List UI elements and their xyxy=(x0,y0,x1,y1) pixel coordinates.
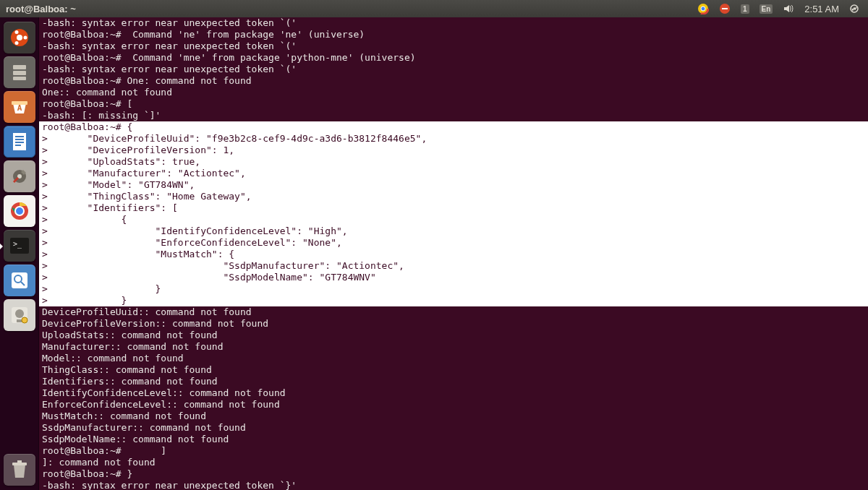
terminal-output[interactable]: -bash: syntax error near unexpected toke… xyxy=(39,17,868,490)
svg-point-9 xyxy=(14,30,18,34)
svg-point-8 xyxy=(23,36,27,40)
terminal-line: One:: command not found xyxy=(39,87,868,98)
dash-icon[interactable] xyxy=(4,22,35,53)
terminal-line: > "IdentifyConfidenceLevel": "High", xyxy=(39,225,868,237)
clock-indicator[interactable]: 2:51 AM xyxy=(804,4,839,14)
document-icon[interactable] xyxy=(4,126,35,158)
terminal-line: -bash: syntax error near unexpected toke… xyxy=(39,40,868,52)
svg-point-30 xyxy=(15,309,24,318)
terminal-line: SsdpManufacturer:: command not found xyxy=(39,422,868,434)
terminal-line: root@Balboa:~# One: command not found xyxy=(39,75,868,87)
svg-point-24 xyxy=(15,207,24,215)
svg-text:>_: >_ xyxy=(13,240,22,249)
svg-rect-19 xyxy=(15,142,24,143)
svg-rect-33 xyxy=(12,463,27,465)
terminal-line: > "Identifiers": [ xyxy=(39,202,868,214)
terminal-line: > "ThingClass": "Home Gateway", xyxy=(39,191,868,202)
svg-rect-18 xyxy=(15,139,24,140)
keyboard-indicator[interactable]: En xyxy=(760,4,773,14)
terminal-line: root@Balboa:~# { xyxy=(39,121,868,133)
terminal-line: Manufacturer:: command not found xyxy=(39,341,868,353)
terminal-line: Identifiers:: command not found xyxy=(39,376,868,387)
terminal-line: EnforceConfidenceLevel:: command not fou… xyxy=(39,399,868,411)
terminal-line: root@Balboa:~# } xyxy=(39,468,868,480)
terminal-line: root@Balboa:~# Command 'mne' from packag… xyxy=(39,52,868,64)
terminal-line: > } xyxy=(39,283,868,295)
terminal-line: > "Model": "GT784WN", xyxy=(39,179,868,191)
terminal-line: > { xyxy=(39,214,868,225)
chrome-icon[interactable] xyxy=(4,195,35,227)
terminal-line: > "MustMatch": { xyxy=(39,249,868,260)
terminal-line: > "UploadStats": true, xyxy=(39,156,868,168)
terminal-line: > "Manufacturer": "Actiontec", xyxy=(39,168,868,179)
terminal-line: > } xyxy=(39,295,868,306)
terminal-line: -bash: syntax error near unexpected toke… xyxy=(39,64,868,75)
session-indicator-icon[interactable] xyxy=(849,4,859,14)
trash-icon[interactable] xyxy=(4,454,35,486)
terminal-line: UploadStats:: command not found xyxy=(39,330,868,341)
window-title: root@Balboa: ~ xyxy=(0,4,697,14)
close-indicator-icon[interactable] xyxy=(719,3,731,14)
svg-rect-20 xyxy=(15,145,21,146)
terminal-icon[interactable]: >_ xyxy=(4,230,35,262)
svg-rect-4 xyxy=(722,8,728,9)
terminal-line: Model:: command not found xyxy=(39,353,868,364)
terminal-line: root@Balboa:~# [ xyxy=(39,98,868,110)
software-icon[interactable]: A xyxy=(4,91,35,123)
menu-bar: root@Balboa: ~ 1 En 2:51 AM xyxy=(0,0,868,17)
svg-rect-11 xyxy=(13,65,26,69)
terminal-line: root@Balboa:~# ] xyxy=(39,445,868,457)
terminal-line: ]: command not found xyxy=(39,457,868,468)
svg-point-10 xyxy=(14,41,18,45)
terminal-line: root@Balboa:~# Command 'ne' from package… xyxy=(39,29,868,40)
wizard-icon[interactable] xyxy=(4,299,35,331)
updates-indicator[interactable]: 1 xyxy=(741,4,749,14)
files-icon[interactable] xyxy=(4,56,35,88)
terminal-line: IdentifyConfidenceLevel:: command not fo… xyxy=(39,387,868,399)
svg-rect-17 xyxy=(15,136,24,137)
terminal-line: -bash: syntax error near unexpected toke… xyxy=(39,480,868,490)
svg-rect-34 xyxy=(17,460,22,463)
terminal-line: DeviceProfileVersion:: command not found xyxy=(39,318,868,330)
terminal-line: > "DeviceProfileVersion": 1, xyxy=(39,145,868,156)
sound-indicator-icon[interactable] xyxy=(783,3,794,14)
svg-point-32 xyxy=(22,317,27,323)
terminal-line: -bash: [: missing `]' xyxy=(39,110,868,121)
terminal-line: ThingClass:: command not found xyxy=(39,364,868,376)
terminal-line: > "SsdpManufacturer": "Actiontec", xyxy=(39,260,868,272)
svg-rect-12 xyxy=(13,71,26,75)
launcher: A >_ xyxy=(0,17,39,490)
svg-rect-27 xyxy=(12,272,27,288)
indicator-area: 1 En 2:51 AM xyxy=(697,3,868,14)
terminal-line: -bash: syntax error near unexpected toke… xyxy=(39,17,868,29)
settings-icon[interactable] xyxy=(4,160,35,192)
svg-point-2 xyxy=(701,7,705,11)
terminal-line: SsdpModelName:: command not found xyxy=(39,434,868,445)
chrome-indicator-icon[interactable] xyxy=(697,3,709,14)
terminal-line: DeviceProfileUuid:: command not found xyxy=(39,306,868,318)
magnifier-icon[interactable] xyxy=(4,265,35,296)
terminal-line: > "DeviceProfileUuid": "f9e3b2c8-cef9-4d… xyxy=(39,133,868,145)
svg-rect-13 xyxy=(13,77,26,80)
svg-text:A: A xyxy=(17,103,22,113)
terminal-line: > "SsdpModelName": "GT784WNV" xyxy=(39,272,868,283)
terminal-line: > "EnforceConfidenceLevel": "None", xyxy=(39,237,868,249)
terminal-line: MustMatch:: command not found xyxy=(39,411,868,422)
svg-point-7 xyxy=(17,35,22,40)
